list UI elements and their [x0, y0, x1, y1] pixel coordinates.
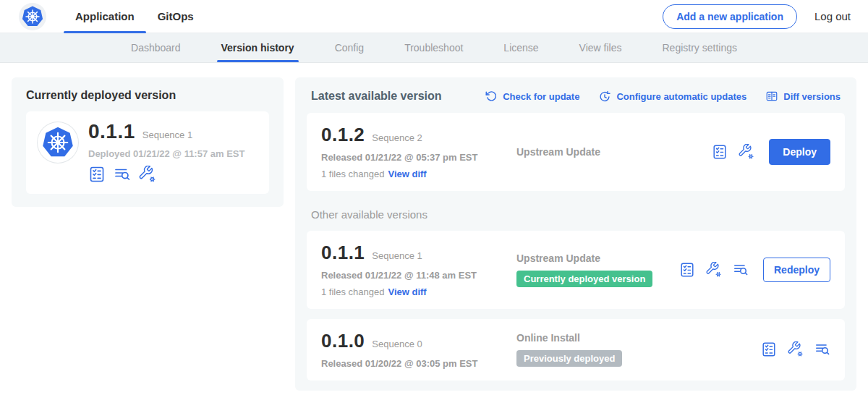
config-wrench-gear-icon[interactable]: [139, 166, 156, 183]
version-row-0-1-1: 0.1.1 Sequence 1 Released 01/21/22 @ 11:…: [307, 231, 845, 309]
release-notes-checklist-icon[interactable]: [761, 341, 777, 357]
deployed-actions: [88, 166, 244, 183]
subnav-registry-settings[interactable]: Registry settings: [642, 33, 757, 62]
version-row-0-1-0: 0.1.0 Sequence 0 Released 01/20/22 @ 03:…: [307, 319, 845, 381]
main-content: Currently deployed version 0.1.1 Sequenc…: [0, 63, 868, 405]
version-source-label: Upstream Update: [516, 252, 672, 264]
files-changed-label: 1 files changed: [321, 286, 384, 297]
subnav-dashboard[interactable]: Dashboard: [111, 33, 201, 62]
sequence-label: Sequence 1: [372, 250, 422, 261]
version-number: 0.1.2: [321, 124, 365, 146]
sequence-label: Sequence 2: [372, 132, 422, 143]
config-wrench-gear-icon[interactable]: [788, 341, 804, 357]
top-header: Application GitOps Add a new application…: [0, 0, 868, 33]
deployed-version-card: 0.1.1 Sequence 1 Deployed 01/21/22 @ 11:…: [26, 111, 269, 194]
subnav-config-label: Config: [335, 42, 364, 54]
subnav-view-files[interactable]: View files: [559, 33, 642, 62]
panel-actions: Check for update Configure automatic upd…: [485, 90, 841, 103]
subnav-troubleshoot-label: Troubleshoot: [404, 42, 463, 54]
files-changed-label: 1 files changed: [321, 169, 384, 179]
header-right: Add a new application Log out: [663, 4, 851, 29]
latest-version-header: Latest available version Check for updat…: [307, 88, 845, 103]
subnav-dashboard-label: Dashboard: [131, 42, 181, 54]
deployed-version-number: 0.1.1: [88, 121, 135, 143]
diff-columns-icon: [765, 90, 778, 103]
app-subnav: Dashboard Version history Config Trouble…: [0, 33, 868, 63]
tab-application[interactable]: Application: [64, 0, 146, 33]
redeploy-button[interactable]: Redeploy: [763, 258, 830, 282]
subnav-license[interactable]: License: [483, 33, 558, 62]
kubernetes-logo-icon: [20, 4, 45, 29]
version-source-label: Online Install: [516, 332, 754, 344]
version-number: 0.1.1: [321, 242, 365, 264]
subnav-registry-settings-label: Registry settings: [663, 42, 737, 54]
header-tabs: Application GitOps: [64, 0, 205, 33]
view-files-search-icon[interactable]: [814, 341, 830, 357]
deployed-sequence-label: Sequence 1: [142, 129, 192, 140]
deployed-app-logo: [38, 122, 78, 163]
release-notes-checklist-icon[interactable]: [679, 262, 695, 278]
subnav-license-label: License: [503, 42, 538, 54]
config-wrench-gear-icon[interactable]: [706, 262, 722, 278]
schedule-update-icon: [598, 90, 611, 103]
deploy-button[interactable]: Deploy: [769, 139, 830, 165]
tab-gitops-label: GitOps: [158, 10, 194, 22]
configure-automatic-updates-link[interactable]: Configure automatic updates: [598, 90, 746, 103]
view-files-search-icon[interactable]: [733, 262, 749, 278]
logout-link[interactable]: Log out: [814, 10, 851, 22]
view-diff-link[interactable]: View diff: [388, 286, 426, 297]
config-wrench-gear-icon[interactable]: [739, 144, 754, 160]
subnav-version-history-label: Version history: [221, 42, 294, 54]
tab-application-label: Application: [75, 10, 135, 22]
release-notes-checklist-icon[interactable]: [88, 166, 106, 183]
tab-gitops[interactable]: GitOps: [146, 0, 205, 33]
add-application-button[interactable]: Add a new application: [663, 4, 797, 29]
app-logo: [19, 3, 46, 30]
currently-deployed-title: Currently deployed version: [26, 89, 269, 102]
currently-deployed-badge: Currently deployed version: [516, 271, 652, 287]
sequence-label: Sequence 0: [372, 339, 422, 349]
version-number: 0.1.0: [321, 331, 365, 352]
check-for-update-label: Check for update: [503, 91, 579, 102]
view-files-search-icon[interactable]: [114, 166, 131, 183]
currently-deployed-panel: Currently deployed version 0.1.1 Sequenc…: [12, 77, 284, 207]
view-diff-link[interactable]: View diff: [388, 169, 426, 179]
other-versions-title: Other available versions: [311, 208, 841, 221]
subnav-troubleshoot[interactable]: Troubleshoot: [384, 33, 483, 62]
release-notes-checklist-icon[interactable]: [712, 144, 728, 160]
version-row-0-1-2: 0.1.2 Sequence 2 Released 01/21/22 @ 05:…: [307, 113, 845, 191]
previously-deployed-badge: Previously deployed: [516, 350, 622, 367]
deployed-timestamp: Deployed 01/21/22 @ 11:57 am EST: [88, 148, 244, 159]
configure-automatic-updates-label: Configure automatic updates: [616, 91, 746, 102]
subnav-version-history[interactable]: Version history: [201, 33, 315, 62]
version-source-label: Upstream Update: [516, 146, 705, 158]
subnav-view-files-label: View files: [579, 42, 622, 54]
check-for-update-link[interactable]: Check for update: [485, 90, 579, 103]
released-timestamp: Released 01/21/22 @ 11:48 am EST: [321, 270, 503, 281]
subnav-config[interactable]: Config: [315, 33, 384, 62]
released-timestamp: Released 01/21/22 @ 05:37 pm EST: [321, 152, 503, 163]
kubernetes-logo-icon: [40, 124, 76, 161]
version-history-panel: Latest available version Check for updat…: [295, 77, 856, 391]
latest-version-title: Latest available version: [311, 90, 442, 103]
released-timestamp: Released 01/20/22 @ 03:05 pm EST: [321, 358, 503, 369]
diff-versions-label: Diff versions: [783, 91, 841, 102]
diff-versions-link[interactable]: Diff versions: [765, 90, 841, 103]
refresh-icon: [485, 90, 498, 103]
